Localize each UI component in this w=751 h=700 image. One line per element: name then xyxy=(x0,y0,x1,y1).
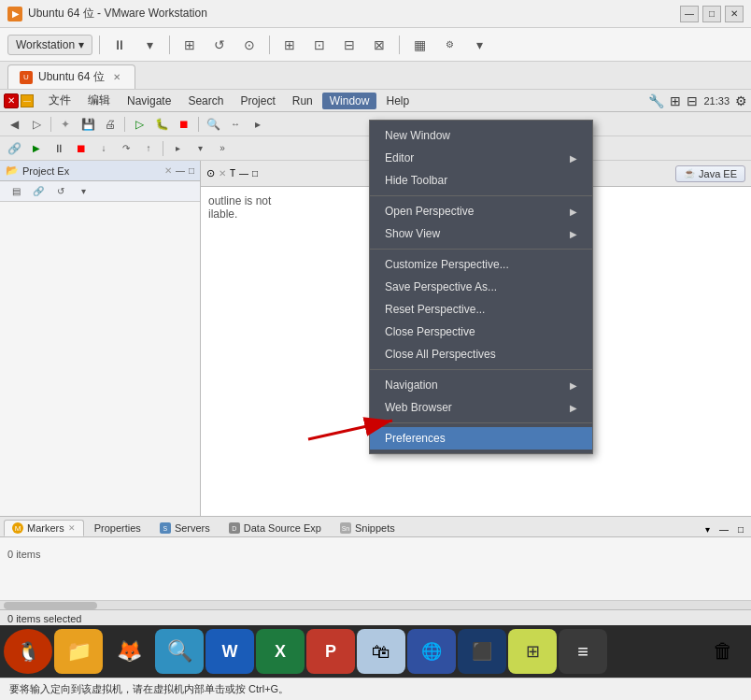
menu-preferences[interactable]: Preferences xyxy=(370,427,592,450)
menu-hide-toolbar[interactable]: Hide Toolbar xyxy=(370,169,592,192)
proj-link-btn[interactable]: 🔗 xyxy=(28,182,49,201)
close-button[interactable]: ✕ xyxy=(725,6,744,22)
taskbar-firefox[interactable]: 🦊 xyxy=(105,629,153,674)
taskbar-terminal[interactable]: ⬛ xyxy=(458,629,506,674)
project-panel-max-icon[interactable]: □ xyxy=(189,165,194,176)
dropdown-btn[interactable]: ▾ xyxy=(466,33,492,57)
editor-max-btn[interactable]: □ xyxy=(252,168,258,179)
menu-show-view[interactable]: Show View ▶ xyxy=(370,222,592,245)
editor-min-btn[interactable]: — xyxy=(239,168,248,179)
eclipse-min-btn[interactable]: — xyxy=(21,94,34,107)
tab-close-btn[interactable]: ✕ xyxy=(110,71,123,83)
taskbar-excel[interactable]: X xyxy=(256,629,305,674)
java-ee-button[interactable]: ☕ Java EE xyxy=(675,165,745,182)
menu-navigation[interactable]: Navigation ▶ xyxy=(370,374,592,396)
etb2-step[interactable]: ↓ xyxy=(93,139,114,158)
menu-web-browser[interactable]: Web Browser ▶ xyxy=(370,396,592,419)
menu-new-window[interactable]: New Window xyxy=(370,124,592,147)
menu-help[interactable]: Help xyxy=(378,93,417,109)
eclipse-close-btn[interactable]: ✕ xyxy=(4,93,19,108)
pause-btn[interactable]: ⏸ xyxy=(106,33,133,57)
bottom-scrollbar[interactable] xyxy=(0,600,751,609)
taskbar-word[interactable]: W xyxy=(205,629,254,674)
project-panel-min-icon[interactable]: — xyxy=(176,165,185,176)
settings-btn[interactable]: ⚙ xyxy=(436,33,462,57)
menu-file[interactable]: 文件 xyxy=(41,91,78,110)
java-ee-icon: ☕ xyxy=(684,168,695,179)
revert-btn[interactable]: ↺ xyxy=(206,33,233,57)
fullscreen-btn[interactable]: ⊡ xyxy=(306,33,333,57)
proj-collapse-btn[interactable]: ▤ xyxy=(6,182,26,201)
web-browser-label: Web Browser xyxy=(385,401,452,414)
window-btn[interactable]: ⊞ xyxy=(276,33,303,57)
menu-save-perspective[interactable]: Save Perspective As... xyxy=(370,276,592,298)
maximize-button[interactable]: □ xyxy=(702,6,721,22)
menu-search[interactable]: Search xyxy=(180,93,231,109)
etb-back[interactable]: ◀ xyxy=(4,115,24,134)
settings-icon[interactable]: ⚙ xyxy=(735,93,747,108)
menu-reset-perspective[interactable]: Reset Perspective... xyxy=(370,298,592,321)
etb2-link[interactable]: 🔗 xyxy=(4,139,24,158)
etb2-arrow[interactable]: ▾ xyxy=(190,139,210,158)
console-btn[interactable]: ▦ xyxy=(406,33,432,57)
taskbar-search[interactable]: 🔍 xyxy=(155,629,204,674)
taskbar-ppt[interactable]: P xyxy=(306,629,355,674)
proj-sync-btn[interactable]: ↺ xyxy=(50,182,71,201)
taskbar-ubuntu[interactable]: 🐧 xyxy=(4,629,52,674)
minimize-button[interactable]: — xyxy=(680,6,699,22)
menu-edit[interactable]: 编辑 xyxy=(80,91,118,110)
taskbar-store[interactable]: 🛍 xyxy=(357,629,405,674)
menu-editor[interactable]: Editor ▶ xyxy=(370,147,592,169)
etb2-pause[interactable]: ⏸ xyxy=(49,139,69,158)
bottom-more-btn[interactable]: ▾ xyxy=(701,522,714,536)
etb2-run2[interactable]: ▶ xyxy=(26,139,47,158)
taskbar-grid[interactable]: ⊞ xyxy=(508,629,557,674)
etb-fwd[interactable]: ▷ xyxy=(26,115,47,134)
etb-print[interactable]: 🖨 xyxy=(100,115,120,134)
servers-tab[interactable]: S Servers xyxy=(151,520,219,536)
etb-search[interactable]: 🔍 xyxy=(203,115,223,134)
etb-stop[interactable]: ⏹ xyxy=(174,115,194,134)
etb-debug[interactable]: 🐛 xyxy=(151,115,172,134)
etb2-more[interactable]: ▸ xyxy=(167,139,188,158)
proj-more-btn[interactable]: ▾ xyxy=(73,182,93,201)
etb2-more2[interactable]: » xyxy=(212,139,233,158)
resize-btn[interactable]: ⊠ xyxy=(366,33,392,57)
screenshot-btn[interactable]: ⊞ xyxy=(177,33,203,57)
menu-close-all-perspectives[interactable]: Close All Perspectives xyxy=(370,343,592,365)
markers-tab[interactable]: M Markers ✕ xyxy=(4,520,84,536)
etb-run[interactable]: ▷ xyxy=(129,115,149,134)
menu-run[interactable]: Run xyxy=(285,93,320,109)
taskbar-files[interactable]: 📁 xyxy=(54,629,103,674)
fit-btn[interactable]: ⊟ xyxy=(336,33,362,57)
bottom-min-btn[interactable]: — xyxy=(716,522,732,536)
taskbar-network[interactable]: 🌐 xyxy=(407,629,456,674)
etb-new[interactable]: ✦ xyxy=(55,115,76,134)
scrollbar-thumb[interactable] xyxy=(4,602,97,609)
snapshot-btn[interactable]: ⊙ xyxy=(236,33,262,57)
pause-dropdown-btn[interactable]: ▾ xyxy=(136,33,163,57)
menu-open-perspective[interactable]: Open Perspective ▶ xyxy=(370,200,592,222)
workstation-dropdown[interactable]: Workstation ▾ xyxy=(7,35,92,55)
properties-tab[interactable]: Properties xyxy=(86,520,149,536)
menu-project[interactable]: Project xyxy=(233,93,282,109)
taskbar-menu[interactable]: ≡ xyxy=(559,629,607,674)
etb2-stepret[interactable]: ↑ xyxy=(138,139,159,158)
clock-display: 21:33 xyxy=(703,95,730,107)
datasource-tab[interactable]: D Data Source Exp xyxy=(220,520,330,536)
snippets-tab[interactable]: Sn Snippets xyxy=(332,520,404,536)
etb2-stop[interactable]: ⏹ xyxy=(71,139,92,158)
etb2-stepover[interactable]: ↷ xyxy=(116,139,136,158)
ubuntu-tab-icon: U xyxy=(20,71,33,84)
close-all-perspectives-label: Close All Perspectives xyxy=(385,348,496,361)
etb-save[interactable]: 💾 xyxy=(78,115,98,134)
bottom-max-btn[interactable]: □ xyxy=(734,522,747,536)
ubuntu-tab[interactable]: U Ubuntu 64 位 ✕ xyxy=(7,64,135,89)
menu-close-perspective[interactable]: Close Perspective xyxy=(370,321,592,343)
etb-more[interactable]: ▸ xyxy=(248,115,268,134)
menu-navigate[interactable]: Navigate xyxy=(120,93,178,109)
menu-window[interactable]: Window xyxy=(322,93,377,109)
menu-customize-perspective[interactable]: Customize Perspective... xyxy=(370,253,592,276)
etb-refactor[interactable]: ↔ xyxy=(225,115,246,134)
taskbar-trash[interactable]: 🗑 xyxy=(699,629,747,674)
